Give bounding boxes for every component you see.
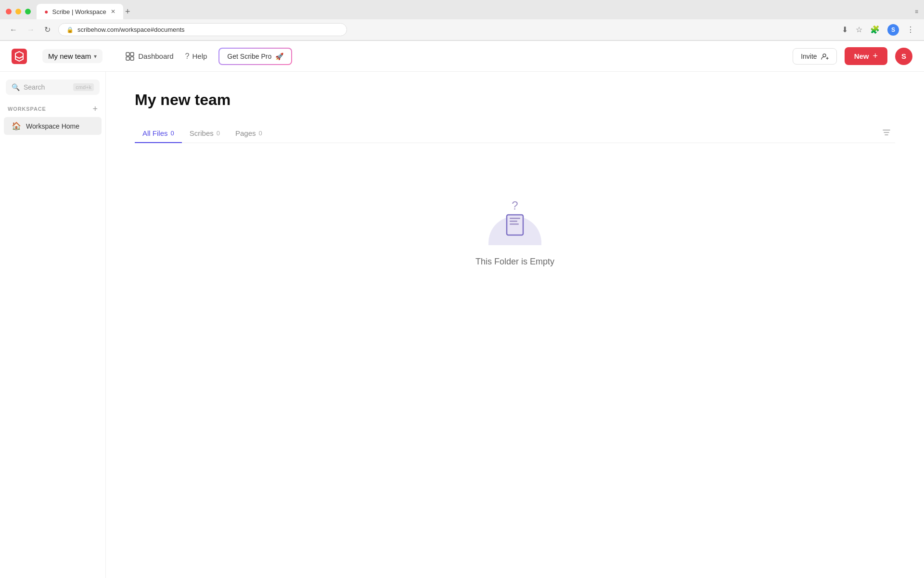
svg-rect-2 [130,53,134,56]
browser-chrome: ● Scribe | Workspace ✕ + ≡ ← → ↻ 🔒 scrib… [0,0,924,41]
back-button[interactable]: ← [8,24,19,36]
logo[interactable] [12,49,27,64]
rocket-icon: 🚀 [275,53,283,60]
forward-button[interactable]: → [25,24,37,36]
tab-title: Scribe | Workspace [52,8,106,15]
team-selector[interactable]: My new team ▾ [42,49,103,63]
dashboard-label: Dashboard [138,52,173,60]
sidebar: 🔍 Search cmd+k WORKSPACE + 🏠 Workspace H… [0,72,106,578]
empty-illustration: ? [486,197,544,245]
sort-button[interactable] [878,126,895,142]
invite-button[interactable]: Invite [793,48,836,65]
user-plus-icon [821,53,829,60]
address-bar: ← → ↻ 🔒 scribehow.com/workspace#document… [0,19,924,40]
more-tabs-button[interactable]: ≡ [915,8,918,15]
search-shortcut: cmd+k [73,83,94,91]
home-icon: 🏠 [12,121,21,131]
tabs: All Files 0 Scribes 0 Pages 0 [135,124,895,143]
nav-center: Dashboard ? Help Get Scribe Pro 🚀 [126,48,292,65]
traffic-lights [6,9,31,14]
new-button[interactable]: New + [845,47,887,65]
plus-icon: + [873,51,878,61]
bookmark-button[interactable]: ☆ [854,23,864,36]
tab-scribes-label: Scribes [190,129,214,137]
reload-button[interactable]: ↻ [42,23,52,36]
chrome-profile-avatar: S [887,24,899,36]
empty-question-mark: ? [512,199,518,212]
workspace-label: WORKSPACE [8,106,46,112]
menu-button[interactable]: ⋮ [905,23,916,36]
tab-close-button[interactable]: ✕ [111,8,116,15]
empty-message: This Folder is Empty [475,257,554,267]
svg-rect-7 [510,218,520,219]
tab-all-files[interactable]: All Files 0 [135,124,182,143]
chevron-down-icon: ▾ [94,53,97,60]
extensions-button[interactable]: 🧩 [868,23,882,36]
sidebar-item-workspace-home[interactable]: 🏠 Workspace Home [4,117,102,135]
traffic-light-maximize[interactable] [25,9,31,14]
svg-rect-0 [12,49,27,64]
help-icon: ? [185,52,190,61]
lock-icon: 🔒 [66,26,74,33]
download-button[interactable]: ⬇ [840,23,850,36]
sort-icon [882,128,891,137]
nav-right: Invite New + S [793,47,912,65]
add-workspace-button[interactable]: + [92,105,98,113]
avatar[interactable]: S [895,48,912,65]
tab-bar: ● Scribe | Workspace ✕ + ≡ [0,0,924,19]
invite-label: Invite [801,53,817,60]
svg-rect-1 [126,53,129,56]
svg-rect-4 [130,57,134,60]
svg-point-5 [823,54,826,57]
help-label: Help [192,52,207,60]
top-nav: My new team ▾ Dashboard ? Help Get Scrib… [0,41,924,72]
team-name: My new team [48,52,91,60]
traffic-light-minimize[interactable] [15,9,21,14]
svg-rect-9 [510,223,519,225]
svg-rect-3 [126,57,129,60]
tab-all-files-count: 0 [171,130,174,137]
help-link[interactable]: ? Help [185,52,207,61]
profile-button[interactable]: S [886,22,901,38]
new-tab-button[interactable]: + [125,7,130,17]
tab-all-files-label: All Files [142,129,168,137]
url-bar[interactable]: 🔒 scribehow.com/workspace#documents [58,23,347,36]
search-icon: 🔍 [12,83,20,91]
dashboard-icon [126,52,134,61]
search-bar[interactable]: 🔍 Search cmd+k [6,79,100,95]
tab-pages-count: 0 [259,130,262,137]
workspace-section-header: WORKSPACE + [0,103,105,117]
get-pro-label: Get Scribe Pro [227,53,271,60]
browser-tab-active[interactable]: ● Scribe | Workspace ✕ [37,4,123,19]
avatar-letter: S [901,52,906,60]
main-layout: 🔍 Search cmd+k WORKSPACE + 🏠 Workspace H… [0,72,924,578]
url-text: scribehow.com/workspace#documents [77,26,185,33]
tab-favicon: ● [44,8,48,15]
new-label: New [854,52,869,60]
traffic-light-close[interactable] [6,9,12,14]
svg-rect-8 [510,221,517,222]
browser-actions: ⬇ ☆ 🧩 S ⋮ [840,22,916,38]
page-title: My new team [135,91,895,109]
app: My new team ▾ Dashboard ? Help Get Scrib… [0,41,924,578]
dashboard-link[interactable]: Dashboard [126,52,173,61]
empty-state: ? This Folder is Empty [135,158,895,305]
tab-scribes[interactable]: Scribes 0 [182,124,228,143]
main-content: My new team All Files 0 Scribes 0 Pages … [106,72,924,578]
tab-scribes-count: 0 [217,130,220,137]
get-pro-button[interactable]: Get Scribe Pro 🚀 [218,48,292,65]
search-placeholder: Search [24,83,69,91]
empty-device-icon [503,213,527,241]
workspace-home-label: Workspace Home [26,122,79,130]
tab-pages[interactable]: Pages 0 [228,124,270,143]
tab-pages-label: Pages [235,129,256,137]
